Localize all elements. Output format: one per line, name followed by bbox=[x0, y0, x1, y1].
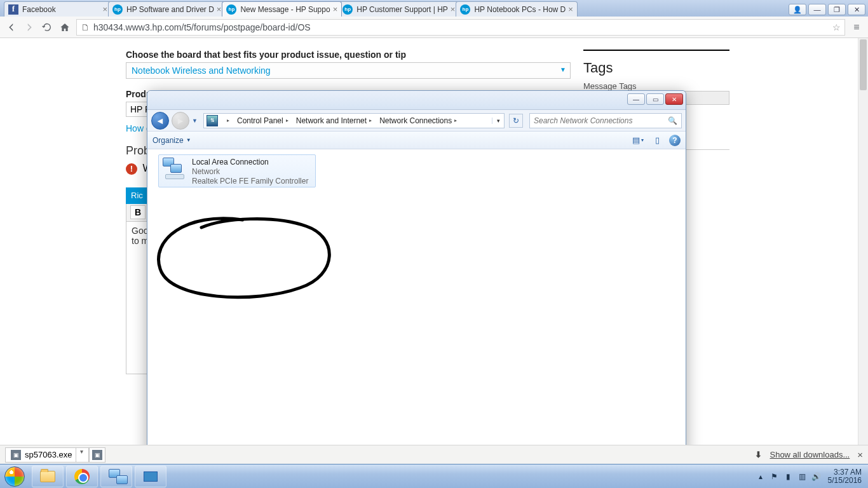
explorer-forward-button[interactable]: ► bbox=[172, 112, 189, 130]
system-tray: ▴ ⚑ ▮ ▥ 🔊 3:37 AM 5/15/2016 bbox=[756, 468, 864, 485]
taskbar-network-connections[interactable] bbox=[100, 466, 132, 487]
close-icon[interactable]: × bbox=[333, 4, 338, 14]
show-all-downloads-link[interactable]: Show all downloads... bbox=[770, 450, 850, 459]
chrome-tabstrip: f Facebook × hp HP Software and Driver D… bbox=[0, 0, 868, 17]
network-icon bbox=[109, 469, 124, 484]
volume-icon[interactable]: 🔊 bbox=[811, 471, 822, 482]
divider bbox=[583, 50, 729, 51]
breadcrumb-segment[interactable]: Network Connections▸ bbox=[376, 114, 461, 128]
close-icon[interactable]: × bbox=[102, 4, 107, 14]
tab-hp-new-message[interactable]: hp New Message - HP Suppo × bbox=[222, 1, 342, 17]
close-icon[interactable]: × bbox=[451, 4, 456, 14]
bookmark-star-icon[interactable]: ☆ bbox=[832, 22, 841, 32]
help-icon[interactable]: ? bbox=[669, 135, 681, 146]
maximize-button[interactable]: ❐ bbox=[828, 4, 846, 15]
breadcrumb-dropdown[interactable]: ▾ bbox=[492, 118, 504, 124]
facebook-icon: f bbox=[8, 4, 18, 15]
search-icon: 🔍 bbox=[668, 116, 677, 125]
close-icon[interactable]: × bbox=[217, 4, 222, 14]
close-icon[interactable]: × bbox=[857, 449, 863, 460]
chevron-down-icon: ▼ bbox=[560, 66, 566, 73]
url-text: h30434.www3.hp.com/t5/forums/postpage/bo… bbox=[93, 22, 311, 32]
taskbar-explorer[interactable] bbox=[32, 466, 64, 487]
minimize-button[interactable]: — bbox=[808, 4, 826, 15]
download-filename: sp57063.exe bbox=[25, 450, 72, 459]
exe-file-icon: ▣ bbox=[11, 450, 21, 460]
clock-date: 5/15/2016 bbox=[828, 477, 862, 485]
preview-pane-button[interactable]: ▯ bbox=[650, 134, 664, 147]
taskbar-clock[interactable]: 3:37 AM 5/15/2016 bbox=[828, 468, 862, 485]
chevron-down-icon[interactable]: ▾ bbox=[76, 448, 83, 462]
windows-logo-icon bbox=[4, 466, 25, 487]
taskbar-chrome[interactable] bbox=[66, 466, 98, 487]
explorer-minimize-button[interactable]: — bbox=[627, 93, 645, 105]
download-chip[interactable]: ▣ sp57063.exe ▾ bbox=[5, 447, 89, 463]
bold-button[interactable]: B bbox=[130, 205, 146, 219]
connection-text: Local Area Connection Network Realtek PC… bbox=[192, 158, 308, 184]
chrome-icon bbox=[74, 469, 90, 484]
tab-hp-drivers[interactable]: hp HP Software and Driver D × bbox=[108, 1, 226, 17]
close-icon[interactable]: × bbox=[568, 4, 573, 14]
explorer-close-button[interactable]: ✕ bbox=[665, 93, 683, 105]
hp-icon: hp bbox=[342, 4, 353, 15]
explorer-nav: ◄ ► ▼ ⇅ ▸ Control Panel▸ Network and Int… bbox=[147, 110, 686, 132]
back-button[interactable] bbox=[5, 21, 18, 34]
tab-title: HP Software and Driver D bbox=[126, 5, 214, 14]
tab-hp-support[interactable]: hp HP Customer Support | HP × bbox=[338, 1, 459, 17]
page-scrollbar[interactable] bbox=[858, 38, 868, 447]
connection-name: Local Area Connection bbox=[192, 158, 308, 167]
tab-facebook[interactable]: f Facebook × bbox=[4, 1, 112, 17]
explorer-search-input[interactable] bbox=[534, 116, 668, 125]
tab-title: HP Customer Support | HP bbox=[356, 5, 448, 14]
board-value: Notebook Wireless and Networking bbox=[132, 65, 271, 76]
connection-status: Network bbox=[192, 167, 308, 177]
window-controls: 👤 — ❐ ✕ bbox=[784, 3, 868, 17]
tab-hp-notebook[interactable]: hp HP Notebook PCs - How D × bbox=[456, 1, 577, 17]
explorer-body[interactable]: Local Area Connection Network Realtek PC… bbox=[148, 151, 685, 456]
tray-overflow-icon[interactable]: ▴ bbox=[756, 471, 766, 482]
hp-icon: hp bbox=[226, 4, 236, 15]
reload-button[interactable] bbox=[41, 21, 53, 34]
file-icon: ▣ bbox=[92, 450, 102, 460]
network-adapter-icon bbox=[163, 158, 188, 183]
hp-icon: hp bbox=[112, 4, 123, 15]
breadcrumb-segment[interactable]: Control Panel▸ bbox=[233, 114, 292, 128]
flag-icon[interactable]: ⚑ bbox=[770, 471, 780, 482]
network-connection-item[interactable]: Local Area Connection Network Realtek PC… bbox=[158, 154, 316, 187]
breadcrumb[interactable]: ⇅ ▸ Control Panel▸ Network and Internet▸… bbox=[203, 113, 505, 128]
folder-icon bbox=[40, 471, 55, 482]
app-icon bbox=[144, 471, 158, 482]
explorer-search[interactable]: 🔍 bbox=[529, 113, 682, 128]
chrome-menu-button[interactable]: ≡ bbox=[850, 22, 863, 33]
explorer-maximize-button[interactable]: ▭ bbox=[646, 93, 664, 105]
board-select[interactable]: Notebook Wireless and Networking ▼ bbox=[126, 62, 571, 79]
organize-menu[interactable]: Organize ▼ bbox=[153, 136, 191, 145]
address-bar[interactable]: 🗋 h30434.www3.hp.com/t5/forums/postpage/… bbox=[76, 19, 845, 36]
tab-title: New Message - HP Suppo bbox=[240, 5, 330, 14]
explorer-refresh-button[interactable]: ↻ bbox=[509, 114, 523, 128]
download-chip-partial[interactable]: ▣ bbox=[89, 447, 105, 463]
close-button[interactable]: ✕ bbox=[848, 4, 865, 15]
scroll-thumb[interactable] bbox=[860, 39, 867, 90]
explorer-window: — ▭ ✕ ◄ ► ▼ ⇅ ▸ Control Panel▸ Network a… bbox=[147, 90, 686, 457]
explorer-history-dropdown[interactable]: ▼ bbox=[192, 118, 201, 124]
network-tray-icon[interactable]: ▥ bbox=[797, 471, 808, 482]
connection-adapter: Realtek PCIe FE Family Controller bbox=[192, 177, 308, 186]
message-tags-label: Message Tags bbox=[583, 81, 729, 91]
breadcrumb-segment[interactable]: Network and Internet▸ bbox=[292, 114, 376, 128]
downloads-bar: ▣ sp57063.exe ▾ ▣ ⬇ Show all downloads..… bbox=[0, 445, 868, 464]
home-button[interactable] bbox=[58, 21, 71, 34]
user-icon[interactable]: 👤 bbox=[789, 4, 806, 15]
network-connections-icon: ⇅ bbox=[207, 115, 218, 126]
tab-title: HP Notebook PCs - How D bbox=[474, 5, 566, 14]
explorer-back-button[interactable]: ◄ bbox=[151, 112, 169, 130]
forward-button[interactable] bbox=[23, 21, 36, 34]
battery-icon[interactable]: ▮ bbox=[783, 471, 794, 482]
tags-heading: Tags bbox=[583, 60, 729, 76]
windows-taskbar: ▴ ⚑ ▮ ▥ 🔊 3:37 AM 5/15/2016 bbox=[0, 464, 868, 488]
view-options-button[interactable]: ▤▾ bbox=[631, 134, 645, 147]
taskbar-app[interactable] bbox=[135, 466, 166, 487]
start-button[interactable] bbox=[0, 464, 29, 489]
explorer-titlebar[interactable]: — ▭ ✕ bbox=[147, 91, 686, 110]
download-arrow-icon: ⬇ bbox=[755, 450, 762, 459]
